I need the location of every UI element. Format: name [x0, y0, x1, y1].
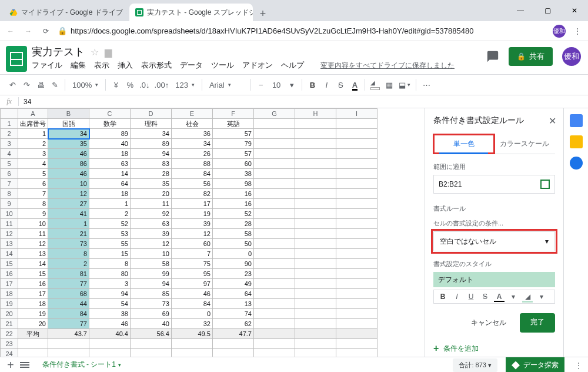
cell[interactable]: 84 [172, 299, 213, 309]
style-bold-button[interactable]: B [437, 293, 448, 301]
cell[interactable]: 73 [48, 239, 89, 249]
cell[interactable] [336, 199, 377, 209]
style-fill-color-button[interactable]: ◢ [522, 293, 533, 301]
explore-button[interactable]: データ探索 [506, 357, 564, 372]
cell[interactable]: 28 [213, 219, 254, 229]
cell[interactable] [254, 209, 295, 219]
spreadsheet-grid[interactable]: ABCDEFGHI1出席番号国語数学理科社会英語2134893436573235… [0, 108, 425, 357]
cell[interactable] [213, 349, 254, 357]
row-header[interactable]: 15 [1, 259, 18, 269]
fill-color-button[interactable] [369, 78, 382, 92]
add-rule-button[interactable]: + 条件を追加 [433, 343, 555, 354]
cell[interactable]: 94 [89, 289, 131, 299]
cell[interactable] [254, 329, 295, 339]
cell[interactable]: 理科 [131, 119, 172, 129]
cell[interactable]: 13 [18, 249, 48, 259]
cell[interactable] [254, 249, 295, 259]
cell[interactable]: 数学 [89, 119, 131, 129]
col-header[interactable]: D [131, 109, 172, 119]
cell[interactable]: 85 [131, 289, 172, 299]
cell[interactable]: 35 [131, 179, 172, 189]
cell[interactable]: 79 [213, 139, 254, 149]
cell[interactable]: 社会 [172, 119, 213, 129]
sheet-tab[interactable]: 条件付き書式 - シート1 [35, 357, 128, 372]
cell[interactable]: 50 [213, 239, 254, 249]
cell[interactable] [254, 199, 295, 209]
cell[interactable]: 89 [89, 129, 131, 139]
style-strike-button[interactable]: S [480, 293, 490, 301]
cell[interactable]: 16 [18, 279, 48, 289]
font-size-increase[interactable]: ▾ [285, 78, 298, 92]
cell[interactable]: 18 [89, 149, 131, 159]
col-header[interactable]: F [213, 109, 254, 119]
url-field[interactable]: 🔒 https://docs.google.com/spreadsheets/d… [58, 26, 547, 35]
cell[interactable]: 8 [18, 199, 48, 209]
row-header[interactable]: 12 [1, 229, 18, 239]
cell[interactable] [254, 159, 295, 169]
style-text-color-chevron[interactable]: ▾ [508, 293, 519, 301]
cell[interactable] [295, 169, 336, 179]
cell[interactable]: 41 [48, 209, 89, 219]
col-header[interactable]: H [295, 109, 336, 119]
col-header[interactable]: B [48, 109, 89, 119]
paint-format-button[interactable]: ✎ [48, 78, 61, 92]
cell[interactable]: 80 [89, 269, 131, 279]
cell[interactable]: 58 [213, 229, 254, 239]
cell[interactable]: 34 [48, 129, 89, 139]
row-header[interactable]: 21 [1, 319, 18, 329]
cell[interactable]: 40 [131, 319, 172, 329]
cell[interactable]: 16 [213, 189, 254, 199]
back-button[interactable]: ← [5, 25, 16, 37]
cell[interactable]: 74 [213, 309, 254, 319]
cell[interactable]: 2 [18, 139, 48, 149]
cell[interactable]: 49.5 [172, 329, 213, 339]
menu-help[interactable]: ヘルプ [281, 60, 304, 71]
cell[interactable]: 17 [172, 199, 213, 209]
cell[interactable]: 21 [48, 229, 89, 239]
merge-button[interactable]: ⬓ [397, 78, 412, 92]
cell[interactable] [336, 279, 377, 289]
cell[interactable]: 2 [89, 209, 131, 219]
cell[interactable] [254, 259, 295, 269]
account-avatar[interactable]: 優和 [562, 47, 581, 66]
cell[interactable]: 20 [18, 319, 48, 329]
cell[interactable]: 9 [18, 209, 48, 219]
cell[interactable]: 3 [18, 149, 48, 159]
cell[interactable]: 13 [213, 299, 254, 309]
browser-tab-drive[interactable]: マイドライブ - Google ドライブ × [4, 4, 127, 21]
cell[interactable] [254, 219, 295, 229]
number-format-dropdown[interactable]: 123 [172, 81, 198, 89]
cell[interactable]: 19 [18, 309, 48, 319]
cell[interactable] [336, 229, 377, 239]
profile-avatar[interactable]: 優和 [553, 25, 566, 38]
cell[interactable]: 2 [48, 259, 89, 269]
row-header[interactable]: 9 [1, 199, 18, 209]
menu-tools[interactable]: ツール [211, 60, 234, 71]
cell[interactable] [336, 349, 377, 357]
select-all-cell[interactable] [1, 109, 18, 119]
style-fill-color-chevron[interactable]: ▾ [536, 293, 547, 301]
keep-addon-icon[interactable] [570, 135, 583, 148]
increase-decimal-button[interactable]: .00↑ [153, 78, 171, 92]
menu-view[interactable]: 表示 [94, 60, 109, 71]
cell[interactable]: 56 [172, 179, 213, 189]
row-header[interactable]: 8 [1, 189, 18, 199]
cell[interactable]: 81 [48, 269, 89, 279]
cell[interactable]: 15 [18, 269, 48, 279]
cell[interactable]: 12 [131, 239, 172, 249]
col-header[interactable]: G [254, 109, 295, 119]
forward-button[interactable]: → [22, 25, 34, 37]
cell[interactable] [336, 179, 377, 189]
cell[interactable]: 平均 [18, 329, 48, 339]
cell[interactable] [336, 169, 377, 179]
cell[interactable] [295, 229, 336, 239]
decrease-decimal-button[interactable]: .0↓ [138, 78, 151, 92]
strike-button[interactable]: S [334, 78, 347, 92]
all-sheets-button[interactable] [20, 362, 29, 369]
cell[interactable]: 出席番号 [18, 119, 48, 129]
cell[interactable] [254, 309, 295, 319]
cell[interactable]: 57 [213, 149, 254, 159]
cell[interactable]: 64 [89, 179, 131, 189]
cell[interactable]: 88 [172, 159, 213, 169]
col-header[interactable]: A [18, 109, 48, 119]
